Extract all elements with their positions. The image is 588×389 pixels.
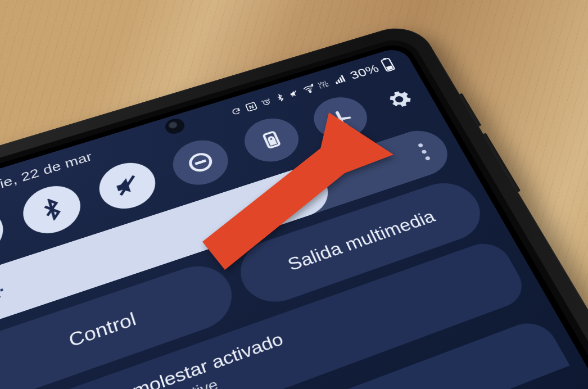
phone: 18:37 vie, 22 de mar N bbox=[0, 20, 588, 389]
wifi-toggle[interactable] bbox=[0, 203, 8, 266]
bluetooth-icon bbox=[274, 93, 286, 103]
phone-screen: 18:37 vie, 22 de mar N bbox=[0, 46, 588, 389]
mute-toggle[interactable] bbox=[93, 156, 162, 216]
wifi-icon: + bbox=[301, 83, 316, 95]
sun-icon bbox=[0, 277, 9, 313]
rotation-lock-toggle[interactable] bbox=[237, 112, 306, 168]
airplane-toggle[interactable] bbox=[306, 91, 375, 146]
svg-text:N: N bbox=[248, 104, 255, 110]
volte-indicator: Vo)LTE bbox=[317, 80, 329, 89]
alarm-icon bbox=[260, 97, 272, 107]
bluetooth-toggle[interactable] bbox=[18, 179, 86, 241]
dnd-toggle[interactable] bbox=[166, 134, 235, 192]
mute-icon bbox=[288, 89, 300, 99]
signal-icon bbox=[332, 74, 347, 85]
nfc-icon: N bbox=[243, 101, 259, 113]
control-label: Control bbox=[66, 309, 138, 351]
svg-rect-6 bbox=[337, 79, 341, 83]
media-label: Salida multimedia bbox=[285, 207, 439, 275]
battery-percent: 30% bbox=[348, 62, 382, 82]
more-icon[interactable] bbox=[418, 143, 431, 161]
svg-rect-14 bbox=[195, 160, 206, 165]
settings-button[interactable] bbox=[378, 83, 420, 116]
svg-rect-5 bbox=[336, 82, 338, 84]
battery-icon bbox=[380, 59, 395, 70]
sync-icon bbox=[230, 106, 242, 116]
svg-point-3 bbox=[309, 91, 311, 93]
